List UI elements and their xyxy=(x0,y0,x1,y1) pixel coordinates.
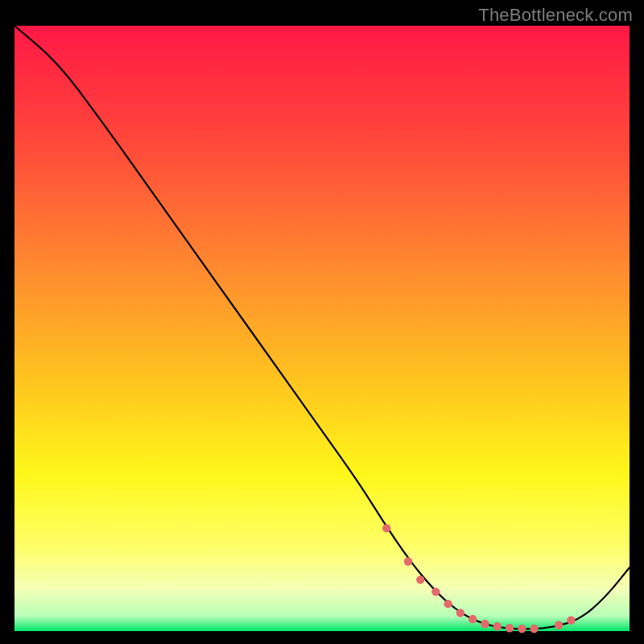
curve-marker xyxy=(493,622,502,630)
curve-marker xyxy=(555,621,563,629)
curve-marker xyxy=(506,624,514,632)
attribution-text: TheBottleneck.com xyxy=(478,5,633,26)
curve-marker xyxy=(518,625,526,633)
curve-marker xyxy=(444,600,452,608)
curve-marker xyxy=(567,616,575,624)
plot-background xyxy=(14,26,630,631)
curve-marker xyxy=(469,615,477,623)
curve-marker xyxy=(416,576,424,584)
curve-marker xyxy=(530,625,538,633)
chart-stage: { "attribution": "TheBottleneck.com", "c… xyxy=(0,0,644,644)
curve-marker xyxy=(456,609,464,617)
curve-marker xyxy=(481,620,489,628)
curve-marker xyxy=(431,588,440,596)
bottleneck-curve-chart xyxy=(0,0,644,644)
curve-marker xyxy=(404,557,412,565)
curve-marker xyxy=(382,524,390,532)
